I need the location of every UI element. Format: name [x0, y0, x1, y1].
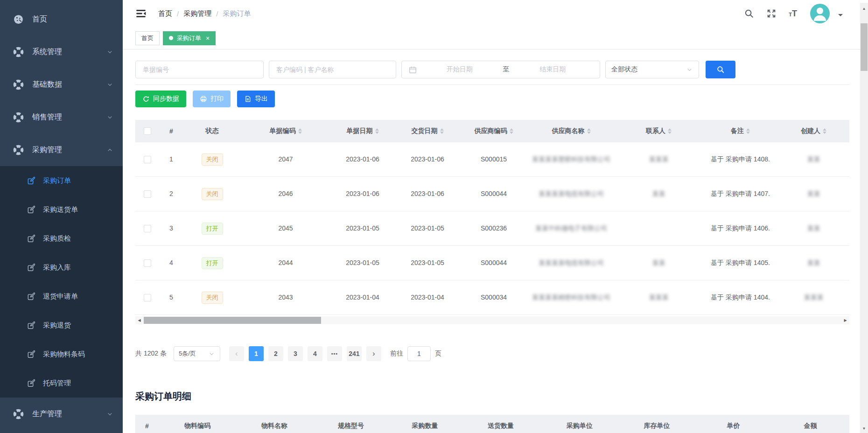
horizontal-scrollbar[interactable]: ◀ ▶ — [135, 316, 849, 324]
refresh-icon — [142, 95, 150, 103]
status-select[interactable]: 全部状态 — [605, 61, 699, 78]
cell-delivery_date: 2023-01-05 — [395, 211, 460, 245]
column-header-doc_date[interactable]: 单据日期 — [330, 120, 395, 142]
cell-select[interactable] — [135, 142, 160, 176]
search-button[interactable] — [706, 61, 735, 78]
cell-delivery_date: 2023-01-06 — [395, 177, 460, 211]
table-row[interactable]: 2关闭20462023-01-062023-01-06S000044某某某某电缆… — [135, 176, 849, 211]
pagination: 共 1202 条5条/页‹1234•••241›前往页 — [135, 346, 868, 361]
font-size-icon[interactable]: TT — [789, 9, 797, 18]
cell-select[interactable] — [135, 246, 160, 280]
select-all-checkbox[interactable] — [144, 127, 151, 135]
next-page-button[interactable]: › — [366, 346, 381, 361]
cell-text: 2023-01-05 — [411, 257, 444, 269]
fullscreen-icon[interactable] — [766, 8, 777, 19]
sidebar-subitem-purchase-inbound[interactable]: 采购入库 — [0, 253, 123, 282]
date-range-picker[interactable]: 开始日期 至 结束日期 — [401, 61, 600, 78]
avatar-caret-icon[interactable] — [838, 14, 843, 19]
column-header-delivery_date[interactable]: 交货日期 — [395, 120, 460, 142]
table-row[interactable]: 4打开20442023-01-052023-01-05S000044某某某某电缆… — [135, 245, 849, 280]
cell-text: 2043 — [278, 292, 293, 303]
tab-item[interactable]: 首页 — [135, 31, 160, 45]
sidebar-subitem-purchase-qc[interactable]: 采购质检 — [0, 224, 123, 253]
more-pages-button[interactable]: ••• — [327, 346, 342, 361]
page-button-3[interactable]: 3 — [288, 346, 303, 361]
sidebar-subitem-pallet-code[interactable]: 托码管理 — [0, 369, 123, 398]
breadcrumb-item[interactable]: 采购管理 — [183, 9, 211, 18]
column-header-creator[interactable]: 创建人 — [778, 120, 849, 142]
tab-close-icon[interactable]: × — [206, 35, 210, 42]
row-checkbox[interactable] — [144, 259, 151, 267]
edit-icon — [27, 349, 36, 359]
row-checkbox[interactable] — [144, 156, 151, 163]
sidebar-subitem-purchase-delivery[interactable]: 采购送货单 — [0, 195, 123, 224]
sync-data-button[interactable]: 同步数据 — [135, 91, 186, 107]
cell-text: 2047 — [278, 154, 293, 165]
scroll-right-arrow-icon[interactable]: ▶ — [841, 316, 849, 324]
vertical-scrollbar-thumb[interactable] — [861, 23, 868, 71]
customer-input[interactable] — [269, 61, 396, 78]
page-button-4[interactable]: 4 — [308, 346, 322, 361]
column-header-remark[interactable]: 备注 — [703, 120, 778, 142]
sidebar-item-purchase[interactable]: 采购管理 — [0, 133, 123, 166]
horizontal-scrollbar-thumb[interactable] — [144, 317, 321, 324]
page-button-2[interactable]: 2 — [268, 346, 283, 361]
cell-select[interactable] — [135, 211, 160, 245]
sidebar-item-home[interactable]: 首页 — [0, 3, 123, 35]
print-button[interactable]: 打印 — [193, 91, 231, 107]
cell-select[interactable] — [135, 280, 160, 314]
cell-contact: 某某 — [615, 177, 703, 211]
sidebar-item-production[interactable]: 生产管理 — [0, 398, 123, 430]
export-button[interactable]: 导出 — [237, 91, 275, 107]
scroll-down-arrow-icon[interactable]: ▼ — [860, 425, 868, 432]
table-row[interactable]: 1关闭20472023-01-062023-01-06S000015某某某某塑胶… — [135, 142, 849, 176]
sidebar-subitem-purchase-return[interactable]: 采购退货 — [0, 311, 123, 340]
cell-supplier_name: 某某某某电缆有限公司 — [528, 177, 615, 211]
table-row[interactable]: 3打开20452023-01-052023-01-05S000236某某中科微电… — [135, 211, 849, 245]
page-button-1[interactable]: 1 — [249, 346, 264, 361]
cell-index: 5 — [160, 280, 183, 314]
table-row[interactable]: 5关闭20432023-01-042023-01-04S000034某某某某精密… — [135, 280, 849, 314]
row-checkbox[interactable] — [144, 294, 151, 301]
sync-data-label: 同步数据 — [153, 95, 179, 103]
scroll-up-arrow-icon[interactable]: ▲ — [860, 5, 868, 12]
sidebar-item-label: 生产管理 — [32, 409, 62, 419]
cell-text: 某某 — [807, 188, 820, 200]
sidebar-subitem-purchase-order[interactable]: 采购订单 — [0, 166, 123, 195]
scroll-left-arrow-icon[interactable]: ◀ — [135, 316, 143, 324]
cell-text: 某某某某精密科技有限公司 — [532, 292, 610, 303]
tab-label: 首页 — [141, 34, 154, 42]
column-header-doc_no[interactable]: 单据编码 — [241, 120, 330, 142]
row-checkbox[interactable] — [144, 190, 151, 198]
cell-doc_no: 2046 — [241, 177, 330, 211]
chevron-down-icon — [106, 114, 113, 121]
breadcrumb-item[interactable]: 首页 — [158, 9, 172, 18]
sidebar-subitem-return-request[interactable]: 退货申请单 — [0, 282, 123, 311]
jump-page-input[interactable] — [407, 346, 431, 361]
vertical-scrollbar[interactable]: ▲ ▼ — [860, 3, 868, 433]
sidebar-item-sales[interactable]: 销售管理 — [0, 101, 123, 133]
doc-no-input[interactable] — [135, 61, 264, 78]
detail-column-header: 采购单位 — [541, 415, 618, 433]
sort-carets-icon — [510, 128, 513, 134]
cell-select[interactable] — [135, 177, 160, 211]
prev-page-button[interactable]: ‹ — [229, 346, 244, 361]
page-size-select[interactable]: 5条/页 — [174, 346, 220, 361]
column-header-supplier_name[interactable]: 供应商名称 — [528, 120, 615, 142]
cell-text: 某某某某电缆有限公司 — [539, 257, 604, 269]
avatar[interactable] — [810, 4, 830, 23]
column-header-select[interactable] — [135, 120, 160, 142]
column-header-supplier_code[interactable]: 供应商编码 — [460, 120, 528, 142]
header-search-icon[interactable] — [744, 8, 754, 19]
edit-icon — [27, 292, 36, 301]
sidebar-item-base-data[interactable]: 基础数据 — [0, 68, 123, 101]
cell-supplier_name: 某某中科微电子有限公司 — [528, 211, 615, 245]
sidebar-item-system[interactable]: 系统管理 — [0, 35, 123, 68]
tab-active[interactable]: 采购订单× — [163, 31, 216, 45]
sidebar-subitem-label: 采购质检 — [43, 234, 71, 243]
page-button-241[interactable]: 241 — [347, 346, 362, 361]
sidebar-subitem-purchase-material-barcode[interactable]: 采购物料条码 — [0, 340, 123, 369]
row-checkbox[interactable] — [144, 225, 151, 232]
sidebar-collapse-icon[interactable] — [135, 7, 147, 20]
column-header-contact[interactable]: 联系人 — [615, 120, 703, 142]
